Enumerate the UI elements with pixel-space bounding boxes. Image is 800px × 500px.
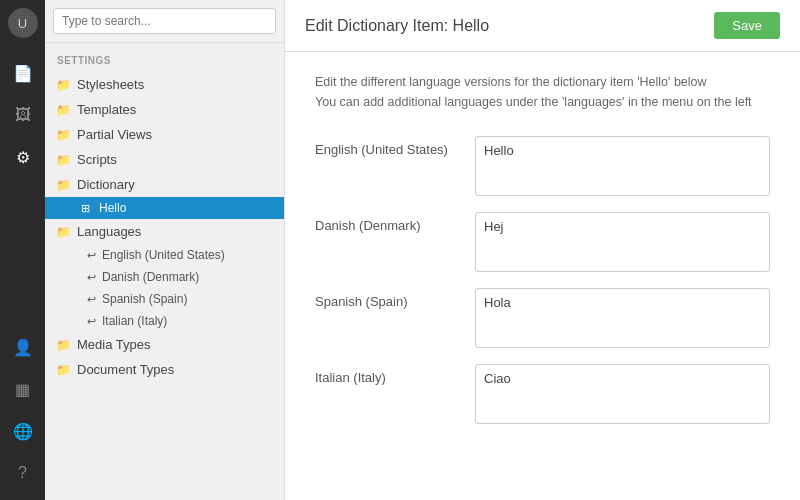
field-textarea-spanish[interactable]: Hola bbox=[475, 288, 770, 348]
sidebar-item-partial-views[interactable]: 📁 Partial Views bbox=[45, 122, 284, 147]
field-textarea-italian[interactable]: Ciao bbox=[475, 364, 770, 424]
field-textarea-danish[interactable]: Hej bbox=[475, 212, 770, 272]
folder-icon: 📁 bbox=[55, 78, 71, 92]
sidebar-item-spanish[interactable]: ↩ Spanish (Spain) bbox=[45, 288, 284, 310]
sidebar-item-label: Scripts bbox=[77, 152, 117, 167]
sidebar-item-hello[interactable]: ⊞ Hello bbox=[45, 197, 284, 219]
sidebar-item-danish[interactable]: ↩ Danish (Denmark) bbox=[45, 266, 284, 288]
info-text: Edit the different language versions for… bbox=[315, 72, 770, 112]
folder-icon: 📁 bbox=[55, 225, 71, 239]
field-label-english: English (United States) bbox=[315, 136, 475, 157]
sidebar-search-container bbox=[45, 0, 284, 43]
field-row-danish: Danish (Denmark) Hej bbox=[315, 212, 770, 272]
nav-bar: U 📄 🖼 ⚙ 👤 ▦ 🌐 ? bbox=[0, 0, 45, 500]
main-body: Edit the different language versions for… bbox=[285, 52, 800, 500]
field-textarea-english[interactable]: Hello bbox=[475, 136, 770, 196]
sidebar-item-languages[interactable]: 📁 Languages bbox=[45, 219, 284, 244]
field-row-spanish: Spanish (Spain) Hola bbox=[315, 288, 770, 348]
settings-icon[interactable]: ⚙ bbox=[4, 138, 42, 176]
sidebar-item-label: Italian (Italy) bbox=[102, 314, 167, 328]
page-title: Edit Dictionary Item: Hello bbox=[305, 17, 489, 35]
folder-icon: 📁 bbox=[55, 363, 71, 377]
settings-section-label: SETTINGS bbox=[45, 43, 284, 72]
field-label-spanish: Spanish (Spain) bbox=[315, 288, 475, 309]
sidebar-item-label: Stylesheets bbox=[77, 77, 144, 92]
field-row-english: English (United States) Hello bbox=[315, 136, 770, 196]
image-icon[interactable]: 🖼 bbox=[4, 96, 42, 134]
folder-icon: 📁 bbox=[55, 128, 71, 142]
lang-icon: ↩ bbox=[87, 249, 96, 262]
sidebar-item-label: Dictionary bbox=[77, 177, 135, 192]
user-icon[interactable]: 👤 bbox=[4, 328, 42, 366]
field-label-italian: Italian (Italy) bbox=[315, 364, 475, 385]
avatar[interactable]: U bbox=[8, 8, 38, 38]
sidebar-item-label: Languages bbox=[77, 224, 141, 239]
search-input[interactable] bbox=[53, 8, 276, 34]
save-button[interactable]: Save bbox=[714, 12, 780, 39]
globe-icon[interactable]: 🌐 bbox=[4, 412, 42, 450]
main-header: Edit Dictionary Item: Hello Save bbox=[285, 0, 800, 52]
field-label-danish: Danish (Denmark) bbox=[315, 212, 475, 233]
folder-icon: 📁 bbox=[55, 103, 71, 117]
sidebar-item-media-types[interactable]: 📁 Media Types bbox=[45, 332, 284, 357]
sidebar-item-label: English (United States) bbox=[102, 248, 225, 262]
help-icon[interactable]: ? bbox=[4, 454, 42, 492]
sidebar-item-label: Document Types bbox=[77, 362, 174, 377]
sidebar-item-document-types[interactable]: 📁 Document Types bbox=[45, 357, 284, 382]
sidebar: SETTINGS 📁 Stylesheets 📁 Templates 📁 Par… bbox=[45, 0, 285, 500]
sidebar-item-label: Partial Views bbox=[77, 127, 152, 142]
lang-icon: ↩ bbox=[87, 315, 96, 328]
field-row-italian: Italian (Italy) Ciao bbox=[315, 364, 770, 424]
sidebar-item-stylesheets[interactable]: 📁 Stylesheets bbox=[45, 72, 284, 97]
lang-icon: ↩ bbox=[87, 293, 96, 306]
folder-icon: 📁 bbox=[55, 338, 71, 352]
sidebar-item-scripts[interactable]: 📁 Scripts bbox=[45, 147, 284, 172]
folder-icon: 📁 bbox=[55, 178, 71, 192]
sidebar-item-dictionary[interactable]: 📁 Dictionary bbox=[45, 172, 284, 197]
folder-icon: 📁 bbox=[55, 153, 71, 167]
sidebar-item-label: Hello bbox=[99, 201, 126, 215]
page-icon[interactable]: 📄 bbox=[4, 54, 42, 92]
grid-icon[interactable]: ▦ bbox=[4, 370, 42, 408]
dict-item-icon: ⊞ bbox=[77, 202, 93, 215]
sidebar-item-label: Danish (Denmark) bbox=[102, 270, 199, 284]
sidebar-item-label: Templates bbox=[77, 102, 136, 117]
sidebar-item-templates[interactable]: 📁 Templates bbox=[45, 97, 284, 122]
sidebar-item-italian[interactable]: ↩ Italian (Italy) bbox=[45, 310, 284, 332]
lang-icon: ↩ bbox=[87, 271, 96, 284]
main-content: Edit Dictionary Item: Hello Save Edit th… bbox=[285, 0, 800, 500]
sidebar-item-english[interactable]: ↩ English (United States) bbox=[45, 244, 284, 266]
sidebar-item-label: Spanish (Spain) bbox=[102, 292, 187, 306]
sidebar-item-label: Media Types bbox=[77, 337, 150, 352]
